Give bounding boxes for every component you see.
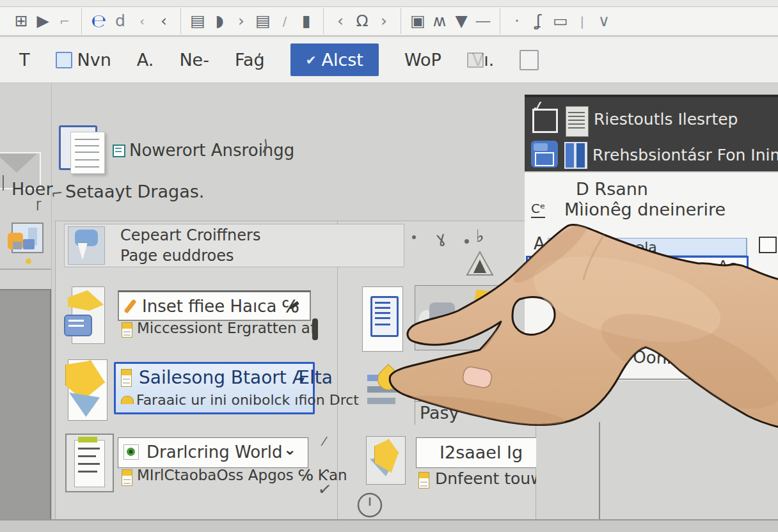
toolbar-separator	[81, 8, 82, 34]
styles-doc-icon[interactable]	[64, 359, 111, 421]
stray-glyph: ɼ	[36, 196, 41, 211]
subtitle-prefix-glyph: ⌐	[51, 185, 64, 202]
pipe-icon: ❘	[571, 7, 593, 35]
tab-fag[interactable]: Faģ	[235, 50, 265, 70]
caption-insert: Miccessiont Ergratten af	[137, 320, 315, 336]
scrollbar-thumb[interactable]	[312, 318, 318, 340]
app-green-icon	[123, 444, 139, 460]
slant-icon[interactable]: ∕	[274, 7, 296, 35]
pointing-hand	[358, 211, 778, 449]
tab-t[interactable]: T	[19, 50, 30, 70]
calendar-icon	[113, 145, 125, 157]
dialog-header-line2: Page euddroes	[120, 247, 234, 265]
top-strip	[0, 0, 778, 6]
forward-icon[interactable]: ›	[230, 7, 252, 35]
checkbox-task-icon: ✓	[532, 109, 558, 133]
chevron-down-icon: ⌄	[283, 441, 296, 458]
play-icon[interactable]: ▶	[32, 7, 54, 35]
tab-nvn-icon	[56, 52, 72, 68]
picture-icon[interactable]: ▤	[187, 7, 209, 35]
clipboard-icon[interactable]	[65, 434, 114, 492]
document-icon-front[interactable]	[70, 132, 105, 174]
tab-a[interactable]: A.	[137, 50, 154, 70]
window-icon[interactable]: ⊞	[10, 7, 32, 35]
chevron-down-icon[interactable]: ∨	[593, 7, 615, 35]
person-icon[interactable]: Ω	[351, 7, 373, 35]
frame-icon[interactable]: ▭	[550, 7, 571, 35]
window-bottom-strip	[0, 520, 778, 532]
yellow-dot	[26, 258, 31, 264]
list-icon	[122, 469, 132, 486]
window-preview-icon[interactable]	[12, 223, 44, 253]
combo-drarlcring-text: Drarlcring World	[147, 442, 283, 462]
notes-doc-icon	[566, 106, 589, 137]
dropdown-icon[interactable]: ▼	[450, 7, 472, 35]
home-label[interactable]: Hoer	[12, 179, 53, 199]
back2-icon[interactable]: ‹	[153, 7, 175, 35]
combo-insert-text: Inset ffiee Haıca ℅	[142, 297, 299, 316]
lamp-icon[interactable]: ʆ	[528, 7, 550, 35]
tab-nvn[interactable]: Nvn	[56, 50, 111, 70]
half-moon-icon	[121, 396, 134, 404]
tab-ne[interactable]: Ne-	[179, 50, 209, 70]
dot-icon: ·	[506, 7, 528, 35]
scribble-icon[interactable]: ʍ	[429, 7, 450, 35]
dash-icon: —	[472, 7, 494, 35]
list-icon	[418, 472, 429, 489]
list-icon	[121, 369, 132, 387]
blue-e-icon[interactable]: ℮	[88, 7, 109, 35]
back-icon[interactable]: ‹	[131, 7, 153, 35]
corner-icon[interactable]: ⌐	[54, 7, 75, 35]
combo-sailesong-selected[interactable]: Sailesong Btaort Ælta ▾ Faraaic ur ini o…	[114, 362, 315, 414]
context-menu-item-2[interactable]: Rrehsbsiontásr Fon Inineatse	[592, 146, 778, 164]
tab-end-box[interactable]	[520, 50, 539, 70]
bar-icon[interactable]: ▮	[296, 7, 317, 35]
check-icon: ✔	[306, 52, 317, 68]
hoer-mark	[3, 175, 4, 191]
caption-drarlcring: MIrlCtaobaOss Apgos ℅ Ƙan	[137, 467, 347, 483]
card-icon[interactable]: ▣	[407, 7, 429, 35]
cabinet-icon	[564, 142, 587, 169]
left-dark-panel	[0, 289, 51, 532]
dialog-header-line1: Cepeart Croiffners	[120, 226, 260, 244]
rail-divider	[0, 269, 51, 270]
dialog-header-icon	[68, 226, 105, 265]
tab-wop[interactable]: WoP	[404, 50, 441, 70]
context-menu-item-1[interactable]: Riestoutls Ilesrtep	[594, 110, 738, 129]
toolbar-separator	[323, 8, 324, 34]
document-icon[interactable]: ▤	[252, 7, 274, 35]
combo-insert[interactable]: Inset ffiee Haıca ℅	[118, 290, 311, 321]
folder-icon	[531, 141, 558, 168]
ribbon-tab-bar: T Nvn A. Ne- Faģ ✔ Alcst WoP Vı.	[0, 37, 778, 83]
page-subtitle: Setaayt Dragas.	[65, 182, 204, 201]
clock-icon	[356, 491, 384, 519]
toolbar-separator	[401, 8, 401, 34]
chevron-right-icon[interactable]: ›	[373, 7, 395, 35]
combo-drarlcring[interactable]: Drarlcring World ⌄	[118, 437, 308, 468]
check-glyph: ✓	[317, 479, 333, 500]
chevron-left-icon[interactable]: ‹	[329, 7, 351, 35]
tab-vi[interactable]: Vı.	[467, 50, 495, 70]
quick-access-toolbar: ⊞ ▶ ⌐ ℮ d ‹ ‹ ▤ ◗ › ▤ ∕ ▮ ‹ Ω › ▣ ʍ ▼ — …	[0, 6, 778, 36]
dropdown-arrow-icon: ▾	[299, 373, 305, 386]
tab-vi-icon	[467, 52, 484, 68]
insert-doc-icon[interactable]	[67, 285, 109, 344]
tab-alcst-selected[interactable]: ✔ Alcst	[290, 43, 379, 76]
shape-icon[interactable]: ◗	[209, 7, 230, 35]
end-box-icon	[520, 50, 539, 70]
caption-sailesong: Faraaic ur ini onibolck ıfion Drct	[136, 392, 359, 408]
orange-pen-icon	[123, 299, 136, 313]
left-rail-divider	[51, 83, 52, 532]
slash-glyph: ⁄	[323, 434, 325, 449]
list-icon	[122, 322, 132, 338]
toolbar-separator	[180, 8, 181, 34]
toolbar-separator	[500, 8, 500, 34]
right-panel-title: D Rsann	[576, 179, 648, 199]
char-d-icon[interactable]: d	[109, 7, 131, 35]
document-title[interactable]: Nowerort Ansroingg	[129, 141, 294, 160]
